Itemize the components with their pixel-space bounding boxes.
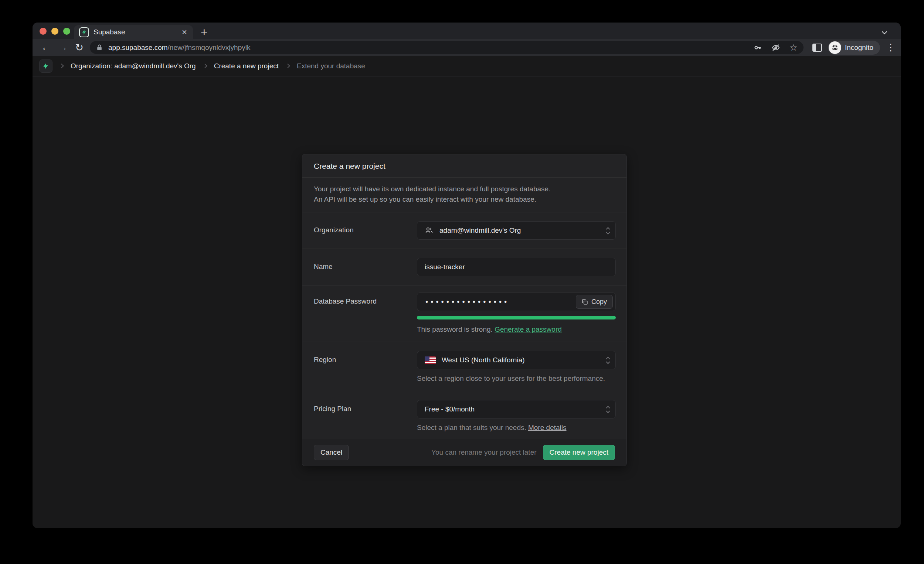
copy-password-button[interactable]: Copy xyxy=(576,295,613,309)
more-details-link[interactable]: More details xyxy=(528,423,567,431)
supabase-bolt-icon xyxy=(42,63,50,70)
card-description: Your project will have its own dedicated… xyxy=(302,178,627,212)
password-field-group: •••••••••••••••• Copy This password is s… xyxy=(417,293,616,334)
region-select[interactable]: West US (North California) xyxy=(417,351,616,370)
region-value: West US (North California) xyxy=(442,356,525,364)
minimize-window-button[interactable] xyxy=(51,28,58,35)
password-label: Database Password xyxy=(314,293,417,305)
password-strength-bar xyxy=(417,316,616,320)
breadcrumb-extend-database: Extend your database xyxy=(297,62,365,70)
url-host: app.supabase.com xyxy=(108,43,168,52)
select-chevrons-icon xyxy=(606,406,609,413)
window-controls xyxy=(39,28,70,35)
supabase-logo-button[interactable] xyxy=(39,60,52,73)
password-row: Database Password •••••••••••••••• Copy xyxy=(302,286,627,342)
region-row: Region West US (North California) Select… xyxy=(302,342,627,391)
organization-select[interactable]: adam@windmill.dev's Org xyxy=(417,221,616,240)
card-footer: Cancel You can rename your project later… xyxy=(302,439,627,466)
name-label: Name xyxy=(314,258,417,271)
description-line: Your project will have its own dedicated… xyxy=(314,184,615,194)
incognito-badge[interactable]: Incognito xyxy=(828,40,880,55)
password-input[interactable]: •••••••••••••••• Copy xyxy=(417,293,616,311)
password-strength-note: This password is strong. Generate a pass… xyxy=(417,325,616,334)
card-header: Create a new project xyxy=(302,154,627,177)
page-title: Create a new project xyxy=(314,162,615,171)
tab-strip: Supabase × + xyxy=(33,22,901,39)
name-input[interactable]: issue-tracker xyxy=(417,258,616,276)
us-flag-icon xyxy=(424,356,436,364)
select-chevrons-icon xyxy=(606,357,609,364)
zoom-window-button[interactable] xyxy=(63,28,70,35)
incognito-label: Incognito xyxy=(845,43,873,52)
breadcrumb-create-project[interactable]: Create a new project xyxy=(214,62,279,70)
region-field-group: West US (North California) Select a regi… xyxy=(417,351,616,383)
region-helper: Select a region close to your users for … xyxy=(417,374,616,383)
rename-note: You can rename your project later xyxy=(431,449,536,456)
incognito-avatar-icon xyxy=(829,41,841,54)
pricing-label: Pricing Plan xyxy=(314,400,417,413)
region-label: Region xyxy=(314,351,417,364)
cancel-button[interactable]: Cancel xyxy=(314,445,349,460)
generate-password-link[interactable]: Generate a password xyxy=(495,325,562,333)
browser-window: Supabase × + ← → ↻ app.supabase.com/new/… xyxy=(33,22,901,528)
pricing-value: Free - $0/month xyxy=(424,405,475,413)
pricing-helper-text: Select a plan that suits your needs. xyxy=(417,423,528,431)
tab-supabase[interactable]: Supabase × xyxy=(74,25,193,39)
forward-button: → xyxy=(54,42,71,53)
app-header: Organization: adam@windmill.dev's Org Cr… xyxy=(33,56,901,76)
breadcrumb-chevron-icon xyxy=(202,64,207,68)
breadcrumb-chevron-icon xyxy=(59,64,64,68)
new-tab-button[interactable]: + xyxy=(201,25,208,39)
back-button[interactable]: ← xyxy=(38,42,54,53)
eye-hidden-icon[interactable] xyxy=(771,43,781,52)
side-panel-icon[interactable] xyxy=(812,43,822,52)
pricing-row: Pricing Plan Free - $0/month Select a pl… xyxy=(302,391,627,439)
breadcrumb-organization[interactable]: Organization: adam@windmill.dev's Org xyxy=(70,62,196,70)
browser-toolbar: ← → ↻ app.supabase.com/new/jfnsmqoynldvx… xyxy=(33,39,901,56)
address-bar[interactable]: app.supabase.com/new/jfnsmqoynldvxjyhpyl… xyxy=(90,41,804,54)
name-row: Name issue-tracker xyxy=(302,249,627,285)
name-value: issue-tracker xyxy=(424,263,465,271)
url-path: /new/jfnsmqoynldvxjyhpylk xyxy=(168,43,250,52)
strength-text: This password is strong. xyxy=(417,325,495,333)
password-masked-value: •••••••••••••••• xyxy=(424,298,508,306)
tab-search-chevron-icon[interactable] xyxy=(883,28,887,33)
create-new-project-button[interactable]: Create new project xyxy=(543,445,615,460)
tab-title: Supabase xyxy=(93,28,177,36)
password-key-icon[interactable] xyxy=(753,43,762,52)
users-icon xyxy=(424,226,434,235)
tab-close-icon[interactable]: × xyxy=(181,28,188,37)
create-project-card: Create a new project Your project will h… xyxy=(302,154,627,466)
organization-row: Organization adam@windmill.dev's Org xyxy=(302,212,627,248)
select-chevrons-icon xyxy=(606,227,609,234)
copy-label: Copy xyxy=(591,298,607,306)
description-line: An API will be set up so you can easily … xyxy=(314,194,615,205)
breadcrumb-chevron-icon xyxy=(285,64,290,68)
copy-icon xyxy=(582,299,588,305)
lock-icon xyxy=(96,44,103,51)
organization-label: Organization xyxy=(314,221,417,234)
close-window-button[interactable] xyxy=(39,28,46,35)
browser-menu-icon[interactable]: ⋮ xyxy=(886,42,896,53)
supabase-favicon-icon xyxy=(79,27,89,37)
page-content: Create a new project Your project will h… xyxy=(33,76,901,528)
organization-value: adam@windmill.dev's Org xyxy=(440,226,521,235)
bookmark-star-icon[interactable]: ☆ xyxy=(789,42,798,53)
pricing-field-group: Free - $0/month Select a plan that suits… xyxy=(417,400,616,432)
pricing-select[interactable]: Free - $0/month xyxy=(417,400,616,419)
pricing-helper: Select a plan that suits your needs. Mor… xyxy=(417,423,616,432)
reload-button[interactable]: ↻ xyxy=(71,42,88,54)
